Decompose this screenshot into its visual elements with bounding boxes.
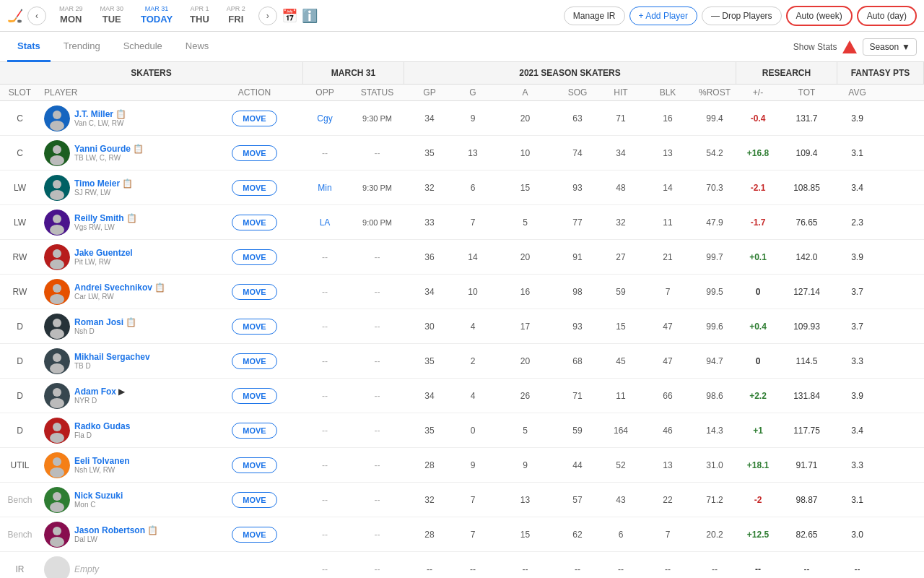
col-plusminus: +/- xyxy=(736,85,780,100)
tab-stats[interactable]: Stats xyxy=(7,32,51,62)
svg-point-31 xyxy=(53,457,61,466)
prost-cell: 94.7 xyxy=(693,353,736,369)
tot-cell: 109.93 xyxy=(780,319,834,335)
move-button[interactable]: MOVE xyxy=(232,492,276,508)
move-button[interactable]: MOVE xyxy=(232,457,276,473)
g-cell: 4 xyxy=(451,388,494,404)
table-row: Bench Nick Suzuki Mon C MOVE -- -- 32 7 … xyxy=(0,483,924,517)
skaters-season-title: 2021 SEASON SKATERS xyxy=(404,62,736,84)
a-cell: 10 xyxy=(494,145,556,161)
opp-cell[interactable]: Cgy xyxy=(303,111,346,126)
player-cell: Timo Meier 📋 SJ RW, LW xyxy=(40,172,206,204)
info-icon[interactable]: ℹ️ xyxy=(302,8,318,24)
col-a: A xyxy=(494,85,556,100)
blk-cell: 46 xyxy=(642,423,693,439)
move-button[interactable]: MOVE xyxy=(232,388,276,404)
slot-label: D xyxy=(0,388,40,404)
auto-day-button[interactable]: Auto (day) xyxy=(857,6,917,26)
auto-week-button[interactable]: Auto (week) xyxy=(786,6,853,26)
day-btn-thu[interactable]: APR 1THU xyxy=(181,4,218,27)
status-cell: 9:00 PM xyxy=(346,215,408,230)
move-button[interactable]: MOVE xyxy=(232,145,276,161)
prev-day-button[interactable]: ‹ xyxy=(27,7,46,25)
hit-cell: 34 xyxy=(599,145,642,161)
g-cell: 2 xyxy=(451,353,494,369)
status-cell: -- xyxy=(346,249,408,265)
svg-point-8 xyxy=(50,190,64,200)
trophy-icon: 🏒 xyxy=(7,8,23,24)
col-gp: GP xyxy=(408,85,451,100)
tab-trending[interactable]: Trending xyxy=(53,32,110,62)
gp-cell: 33 xyxy=(408,215,451,230)
tabs-bar: Stats Trending Schedule News Show Stats … xyxy=(0,32,924,62)
day-btn-fri[interactable]: APR 2FRI xyxy=(218,4,254,27)
tab-schedule[interactable]: Schedule xyxy=(113,32,173,62)
hit-cell: 15 xyxy=(599,319,642,335)
move-button[interactable]: MOVE xyxy=(232,249,276,265)
svg-point-37 xyxy=(53,527,61,535)
avatar xyxy=(44,105,70,131)
hit-cell: 43 xyxy=(599,492,642,508)
player-cell: Radko Gudas Fla D xyxy=(40,415,206,447)
season-select[interactable]: Season ▼ xyxy=(863,38,917,56)
action-cell: MOVE xyxy=(206,108,303,129)
g-cell: 9 xyxy=(451,457,494,473)
avg-cell: 3.9 xyxy=(834,111,881,126)
a-cell: 20 xyxy=(494,111,556,126)
gp-cell: 35 xyxy=(408,145,451,161)
action-cell: MOVE xyxy=(206,350,303,372)
move-button[interactable]: MOVE xyxy=(232,111,276,126)
avg-cell: 3.4 xyxy=(834,423,881,439)
player-cell: Jason Robertson 📋 Dal LW xyxy=(40,519,206,551)
calendar-icon[interactable]: 📅 xyxy=(282,8,297,24)
move-button[interactable]: MOVE xyxy=(232,215,276,230)
gp-cell: 34 xyxy=(408,284,451,300)
col-blk: BLK xyxy=(642,85,693,100)
player-info: Reilly Smith 📋 Vgs RW, LW xyxy=(74,213,137,231)
svg-point-32 xyxy=(50,467,64,478)
move-button[interactable]: MOVE xyxy=(232,527,276,543)
move-button[interactable]: MOVE xyxy=(232,353,276,369)
move-button[interactable]: MOVE xyxy=(232,319,276,335)
skaters-research-title: RESEARCH xyxy=(736,62,837,84)
action-cell: MOVE xyxy=(206,385,303,407)
add-player-button[interactable]: + Add Player xyxy=(629,7,697,25)
opp-cell[interactable]: Min xyxy=(303,180,346,196)
hit-cell: 32 xyxy=(599,215,642,230)
avatar xyxy=(44,522,70,548)
move-button[interactable]: MOVE xyxy=(232,423,276,439)
day-btn-tue[interactable]: MAR 30TUE xyxy=(92,4,133,27)
plusminus-cell: 0 xyxy=(736,284,780,300)
plusminus-cell: +16.8 xyxy=(736,145,780,161)
move-button[interactable]: MOVE xyxy=(232,284,276,300)
day-btn-today[interactable]: MAR 31TODAY xyxy=(132,4,181,27)
avatar xyxy=(44,175,70,201)
drop-players-button[interactable]: — Drop Players xyxy=(702,7,782,25)
blk-cell: 22 xyxy=(642,492,693,508)
move-button[interactable]: MOVE xyxy=(232,180,276,196)
opp-cell[interactable]: LA xyxy=(303,215,346,230)
table-row: LW Timo Meier 📋 SJ RW, LW MOVE Min 9:30 … xyxy=(0,171,924,205)
player-info: Timo Meier 📋 SJ RW, LW xyxy=(74,178,133,197)
blk-cell: 14 xyxy=(642,180,693,196)
prost-cell: 14.3 xyxy=(693,423,736,439)
skaters-title: SKATERS xyxy=(0,62,303,84)
player-info: J.T. Miller 📋 Van C, LW, RW xyxy=(74,109,126,127)
avg-cell: 2.3 xyxy=(834,215,881,230)
player-info: Yanni Gourde 📋 TB LW, C, RW xyxy=(74,144,144,162)
hit-cell: 11 xyxy=(599,388,642,404)
svg-point-16 xyxy=(53,284,61,293)
status-cell: -- xyxy=(346,353,408,369)
tot-cell: 117.75 xyxy=(780,423,834,439)
hit-cell: 59 xyxy=(599,284,642,300)
manage-ir-button[interactable]: Manage IR xyxy=(564,7,625,25)
day-btn-mon[interactable]: MAR 29MON xyxy=(51,4,92,27)
slot-label: LW xyxy=(0,215,40,230)
prost-cell: 31.0 xyxy=(693,457,736,473)
next-day-button[interactable]: › xyxy=(258,7,277,25)
show-stats-label: Show Stats xyxy=(793,42,837,52)
player-info: Jake Guentzel Pit LW, RW xyxy=(74,248,133,266)
svg-point-38 xyxy=(50,537,64,547)
skaters-table: C J.T. Miller 📋 Van C, LW, RW MOVE Cgy 9… xyxy=(0,101,924,578)
tab-news[interactable]: News xyxy=(175,32,219,62)
